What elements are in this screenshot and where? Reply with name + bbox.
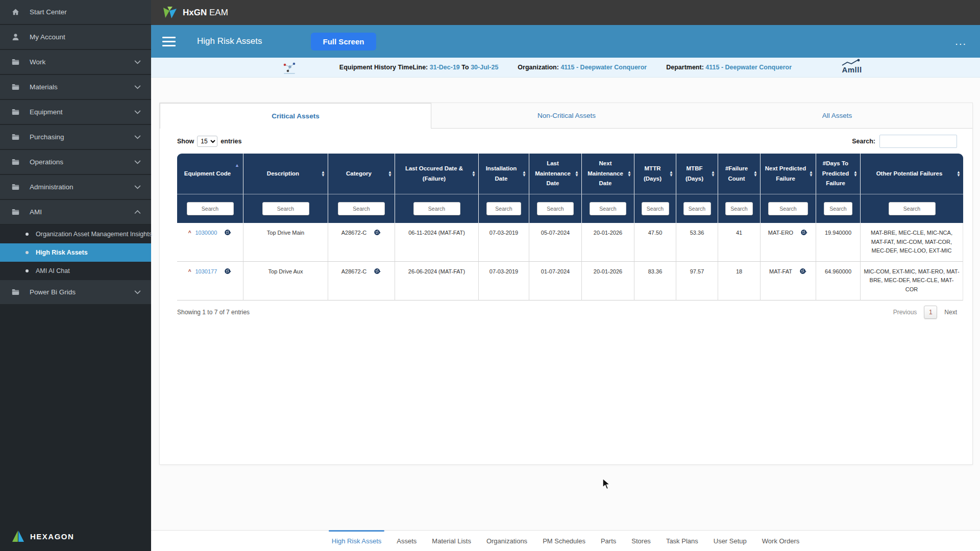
column-header-mttr[interactable]: MTTR (Days)▲▼ — [634, 154, 676, 194]
column-header-days_to_predicted[interactable]: #Days To Predicted Failure▲▼ — [816, 154, 861, 194]
column-header-failure_count[interactable]: #Failure Count▲▼ — [718, 154, 761, 194]
expand-caret-icon[interactable]: ^ — [188, 269, 191, 274]
column-header-last_occurred[interactable]: Last Occured Date & (Failure)▲▼ — [395, 154, 479, 194]
sidebar-item-label: Start Center — [30, 8, 142, 16]
sidebar-item-label: Power Bi Grids — [30, 288, 133, 296]
column-search-input-other_failures[interactable] — [889, 202, 936, 215]
column-search-input-days_to_predicted[interactable] — [824, 202, 852, 215]
equipment-code-link[interactable]: 1030177 — [195, 268, 217, 274]
cell-equipment_code: ^1030177 — [177, 262, 243, 300]
search-input[interactable] — [879, 135, 957, 148]
column-search-input-mttr[interactable] — [642, 202, 669, 215]
column-search-input-last_maintenance[interactable] — [537, 202, 574, 215]
column-header-next_predicted_failure[interactable]: Next Predicted Failure▲▼ — [761, 154, 816, 194]
tab-non-critical-assets[interactable]: Non-Critical Assets — [431, 103, 702, 128]
sort-ascending-icon[interactable]: ▲ — [235, 162, 239, 169]
footer-nav-user-setup[interactable]: User Setup — [714, 531, 747, 551]
column-header-label: MTBF (Days) — [685, 165, 703, 182]
previous-page-button[interactable]: Previous — [893, 309, 917, 316]
column-filter-cell — [243, 194, 328, 223]
column-search-input-next_maintenance[interactable] — [590, 202, 626, 215]
sidebar-item-administration[interactable]: Administration — [0, 175, 151, 199]
folder-icon — [11, 133, 24, 141]
sort-icon[interactable]: ▲▼ — [388, 171, 392, 177]
column-header-other_failures[interactable]: Other Potential Failures▲▼ — [861, 154, 963, 194]
overflow-menu-icon[interactable]: ... — [955, 39, 967, 44]
footer-nav: High Risk AssetsAssetsMaterial ListsOrga… — [151, 530, 980, 551]
ai-insight-icon[interactable] — [224, 229, 232, 239]
column-search-input-failure_count[interactable] — [725, 202, 753, 215]
footer-nav-assets[interactable]: Assets — [397, 531, 416, 551]
sort-icon[interactable]: ▲▼ — [711, 171, 715, 177]
current-page-button[interactable]: 1 — [924, 306, 937, 319]
brand-regular: EAM — [209, 8, 228, 17]
column-search-input-next_predicted_failure[interactable] — [768, 202, 808, 215]
sort-icon[interactable]: ▲▼ — [627, 171, 631, 177]
equipment-code-link[interactable]: 1030000 — [195, 230, 217, 236]
footer-nav-parts[interactable]: Parts — [601, 531, 616, 551]
column-search-input-category[interactable] — [338, 202, 385, 215]
sidebar-subitem-organization-asset-management-insights[interactable]: Organization Asset Management Insights — [0, 225, 151, 243]
assets-table: Equipment Code▲Description▲▼Category▲▼La… — [177, 154, 963, 300]
ai-insight-icon[interactable] — [799, 267, 807, 278]
column-header-description[interactable]: Description▲▼ — [243, 154, 328, 194]
sidebar-subitem-high-risk-assets[interactable]: High Risk Assets — [0, 243, 151, 262]
sort-icon[interactable]: ▲▼ — [472, 171, 476, 177]
sidebar-item-purchasing[interactable]: Purchasing — [0, 125, 151, 149]
column-search-input-installation_date[interactable] — [486, 202, 521, 215]
menu-toggle-icon[interactable] — [162, 37, 176, 46]
ai-insight-icon[interactable] — [224, 267, 232, 278]
column-header-mtbf[interactable]: MTBF (Days)▲▼ — [676, 154, 718, 194]
search-label: Search: — [852, 138, 875, 145]
sidebar-item-my-account[interactable]: My Account — [0, 25, 151, 49]
expand-caret-icon[interactable]: ^ — [188, 230, 191, 236]
ai-insight-icon[interactable] — [374, 229, 381, 239]
sidebar-item-equipment[interactable]: Equipment — [0, 100, 151, 124]
column-header-last_maintenance[interactable]: Last Maintenance Date▲▼ — [529, 154, 582, 194]
ai-insight-icon[interactable] — [374, 267, 381, 278]
sort-icon[interactable]: ▲▼ — [753, 171, 757, 177]
cell-text: A28672-C — [341, 230, 367, 236]
sort-icon[interactable]: ▲▼ — [522, 171, 526, 177]
column-filter-cell — [676, 194, 718, 223]
ai-insight-icon[interactable] — [800, 229, 808, 239]
full-screen-button[interactable]: Full Screen — [311, 33, 377, 51]
sort-icon[interactable]: ▲▼ — [575, 171, 579, 177]
sort-icon[interactable]: ▲▼ — [809, 171, 813, 177]
sort-icon[interactable]: ▲▼ — [321, 171, 325, 177]
sidebar-item-start-center[interactable]: Start Center — [0, 0, 151, 24]
column-search-input-description[interactable] — [262, 202, 309, 215]
sidebar-subitem-ami-ai-chat[interactable]: AMI AI Chat — [0, 262, 151, 280]
next-page-button[interactable]: Next — [944, 309, 957, 316]
sidebar-item-ami[interactable]: AMI — [0, 200, 151, 224]
footer-nav-work-orders[interactable]: Work Orders — [762, 531, 799, 551]
footer-nav-material-lists[interactable]: Material Lists — [432, 531, 471, 551]
column-search-input-last_occurred[interactable] — [413, 202, 460, 215]
footer-nav-task-plans[interactable]: Task Plans — [666, 531, 698, 551]
tab-critical-assets[interactable]: Critical Assets — [160, 103, 431, 129]
sort-icon[interactable]: ▲▼ — [853, 171, 857, 177]
sidebar-item-label: Operations — [30, 158, 133, 166]
column-header-equipment_code[interactable]: Equipment Code▲ — [177, 154, 243, 194]
footer-nav-high-risk-assets[interactable]: High Risk Assets — [332, 531, 382, 551]
sort-icon[interactable]: ▲▼ — [669, 171, 673, 177]
sidebar-item-materials[interactable]: Materials — [0, 75, 151, 99]
sidebar-item-power-bi-grids[interactable]: Power Bi Grids — [0, 280, 151, 304]
sidebar-item-label: AMI — [30, 208, 133, 216]
column-header-category[interactable]: Category▲▼ — [328, 154, 395, 194]
cell-mttr: 47.50 — [634, 223, 676, 262]
column-header-installation_date[interactable]: Installation Date▲▼ — [479, 154, 529, 194]
sidebar-item-operations[interactable]: Operations — [0, 150, 151, 174]
column-search-input-equipment_code[interactable] — [187, 202, 234, 215]
column-header-next_maintenance[interactable]: Next Maintenance Date▲▼ — [582, 154, 634, 194]
sidebar-item-work[interactable]: Work — [0, 50, 151, 74]
tab-all-assets[interactable]: All Assets — [702, 103, 972, 128]
page-size-select[interactable]: 15 — [197, 136, 217, 147]
table-controls: Show 15 entries Search: — [177, 135, 957, 148]
footer-nav-organizations[interactable]: Organizations — [486, 531, 527, 551]
column-search-input-mtbf[interactable] — [683, 202, 711, 215]
timeline-label: Equipment History TimeLine: — [339, 64, 428, 71]
sort-icon[interactable]: ▲▼ — [957, 171, 961, 177]
footer-nav-stores[interactable]: Stores — [631, 531, 651, 551]
footer-nav-pm-schedules[interactable]: PM Schedules — [543, 531, 585, 551]
